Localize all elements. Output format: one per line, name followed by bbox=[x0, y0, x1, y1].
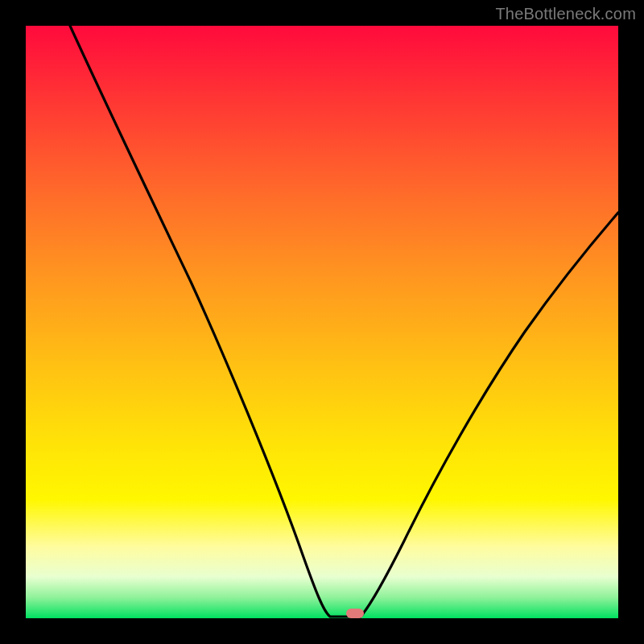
optimal-point-marker bbox=[346, 609, 364, 618]
chart-frame: TheBottleneck.com bbox=[0, 0, 644, 644]
curve-path bbox=[70, 26, 618, 617]
bottleneck-curve bbox=[26, 26, 618, 618]
attribution-text: TheBottleneck.com bbox=[495, 5, 636, 23]
plot-area bbox=[26, 26, 618, 618]
